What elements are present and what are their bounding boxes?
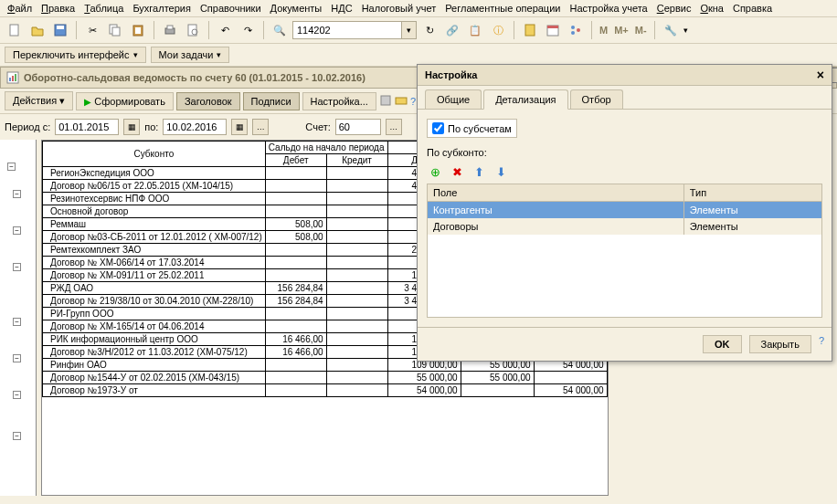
period-select-icon[interactable]: …	[252, 119, 269, 135]
cut-icon[interactable]: ✂	[82, 20, 102, 40]
period-to-label: по:	[144, 121, 158, 132]
menu-windows[interactable]: Окна	[700, 3, 724, 14]
menu-vat[interactable]: НДС	[331, 3, 352, 14]
mminus-button[interactable]: M-	[633, 25, 649, 36]
tree-icon[interactable]	[566, 20, 586, 40]
subkonto-row[interactable]: КонтрагентыЭлементы	[428, 202, 822, 219]
tree-collapse-icon[interactable]: −	[13, 190, 21, 198]
table-row[interactable]: Договор №1973-У от54 000,0054 000,00	[43, 384, 608, 397]
tab-detail[interactable]: Детализация	[483, 89, 567, 110]
close-button[interactable]: Закрыть	[749, 335, 811, 353]
menu-tax[interactable]: Налоговый учет	[362, 3, 437, 14]
down-icon[interactable]: ⬇	[493, 163, 509, 180]
account-input[interactable]	[335, 119, 381, 135]
subkonto-row[interactable]: ДоговорыЭлементы	[428, 218, 822, 235]
tool1-icon[interactable]	[379, 94, 392, 109]
paste-icon[interactable]	[128, 20, 148, 40]
copy2-icon[interactable]: 📋	[465, 20, 485, 40]
menu-directories[interactable]: Справочники	[200, 3, 261, 14]
ok-button[interactable]: OK	[703, 335, 742, 353]
menu-edit[interactable]: Правка	[41, 3, 75, 14]
account-label: Счет:	[305, 121, 330, 132]
help-icon[interactable]: ?	[819, 335, 824, 353]
actions-button[interactable]: Действия ▾	[5, 91, 73, 110]
up-icon[interactable]: ⬆	[471, 163, 487, 180]
copy-icon[interactable]	[105, 20, 125, 40]
settings-dialog: Настройка × Общие Детализация Отбор По с…	[417, 64, 832, 362]
table-row[interactable]: Договор №1544-У от 02.02.2015 (ХМ-043/15…	[43, 372, 608, 384]
close-icon[interactable]: ×	[817, 68, 824, 81]
help-icon[interactable]: ?	[410, 96, 416, 107]
header-button[interactable]: Заголовок	[176, 92, 240, 110]
search-input[interactable]	[292, 21, 402, 39]
preview-icon[interactable]	[183, 20, 203, 40]
svg-rect-2	[57, 26, 64, 29]
col-credit: Кредит	[326, 154, 387, 167]
my-tasks-button[interactable]: Мои задачи▾	[151, 47, 230, 63]
tree-collapse-icon[interactable]: −	[13, 391, 21, 399]
svg-rect-11	[525, 25, 535, 36]
m-button[interactable]: M	[598, 25, 609, 36]
tree-collapse-icon[interactable]: −	[7, 163, 16, 171]
link-icon[interactable]: 🔗	[442, 20, 462, 40]
dialog-tabs: Общие Детализация Отбор	[418, 86, 832, 110]
info-icon[interactable]: ⓘ	[488, 20, 508, 40]
tab-filter[interactable]: Отбор	[570, 89, 623, 109]
mplus-button[interactable]: M+	[612, 25, 630, 36]
subaccounts-checkbox[interactable]	[432, 122, 444, 134]
dialog-title: Настройка	[425, 69, 477, 80]
tree-collapse-icon[interactable]: −	[13, 354, 21, 362]
calendar-from-icon[interactable]: ▦	[123, 119, 140, 135]
combo-dropdown-icon[interactable]: ▾	[402, 21, 417, 39]
tree-collapse-icon[interactable]: −	[13, 318, 21, 326]
delete-icon[interactable]: ✖	[449, 163, 465, 180]
menu-documents[interactable]: Документы	[270, 3, 323, 14]
col-subkonto: Субконто	[43, 142, 266, 167]
calendar-to-icon[interactable]: ▦	[231, 119, 248, 135]
subkonto-table: Поле Тип КонтрагентыЭлементыДоговорыЭлем…	[427, 184, 822, 318]
menu-service[interactable]: Сервис	[657, 3, 692, 14]
account-select-icon[interactable]: …	[386, 119, 402, 135]
date-from-input[interactable]	[55, 119, 119, 135]
menu-settings[interactable]: Настройка учета	[569, 3, 647, 14]
open-icon[interactable]	[27, 20, 48, 40]
save-icon[interactable]	[50, 20, 70, 40]
tree-collapse-icon[interactable]: −	[13, 432, 21, 440]
document-title: Оборотно-сальдовая ведомость по счету 60…	[24, 72, 366, 83]
print-icon[interactable]	[160, 20, 180, 40]
svg-point-14	[571, 26, 575, 29]
calendar-icon[interactable]	[543, 20, 563, 40]
settings-button[interactable]: Настройка...	[302, 92, 376, 110]
svg-rect-19	[12, 76, 14, 81]
tab-general[interactable]: Общие	[425, 89, 482, 109]
tree-collapse-icon[interactable]: −	[13, 263, 21, 271]
col-saldo-start: Сальдо на начало периода	[265, 142, 387, 154]
wrench-icon[interactable]: 🔧	[661, 20, 681, 40]
menu-file[interactable]: Файл	[7, 3, 32, 14]
search-combo[interactable]: ▾	[292, 21, 417, 39]
subaccounts-label: По субсчетам	[448, 123, 512, 134]
signatures-button[interactable]: Подписи	[243, 92, 300, 110]
search-icon[interactable]: 🔍	[270, 20, 290, 40]
switch-interface-button[interactable]: Переключить интерфейс▾	[5, 47, 146, 63]
svg-point-15	[571, 31, 575, 35]
undo-icon[interactable]: ↶	[215, 20, 235, 40]
menu-operations[interactable]: Регламентные операции	[445, 3, 560, 14]
tree-collapse-icon[interactable]: −	[13, 226, 21, 235]
add-icon[interactable]: ⊕	[427, 163, 443, 180]
redo-icon[interactable]: ↷	[238, 20, 258, 40]
menu-table[interactable]: Таблица	[84, 3, 123, 14]
svg-rect-18	[9, 78, 11, 81]
menu-accounting[interactable]: Бухгалтерия	[132, 3, 191, 14]
tool2-icon[interactable]	[395, 94, 408, 109]
report-icon	[5, 70, 20, 85]
new-icon[interactable]	[5, 20, 25, 40]
col-field: Поле	[428, 184, 684, 202]
svg-rect-22	[396, 98, 407, 104]
dropdown-icon[interactable]: ▾	[683, 26, 688, 35]
refresh-icon[interactable]: ↻	[419, 20, 440, 40]
calc-icon[interactable]	[520, 20, 540, 40]
form-button[interactable]: ▶ Сформировать	[76, 92, 174, 110]
menu-help[interactable]: Справка	[733, 3, 772, 14]
date-to-input[interactable]	[163, 119, 227, 135]
